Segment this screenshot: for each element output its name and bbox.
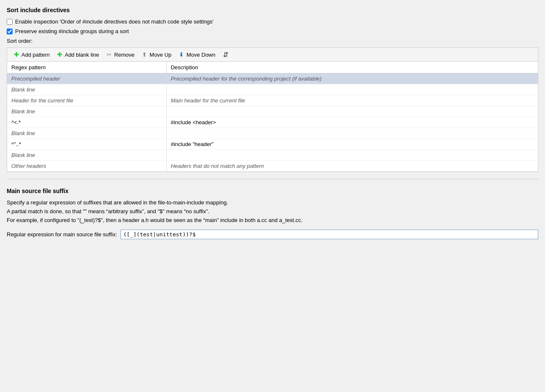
cell-pattern: ^"..* xyxy=(7,139,166,150)
table-row[interactable]: ^"..*#include "header" xyxy=(7,139,538,150)
move-up-label: Move Up xyxy=(149,52,171,58)
add-blank-line-button[interactable]: ✚ Add blank line xyxy=(54,50,102,59)
cell-pattern: Other headers xyxy=(7,161,166,172)
checkbox2-label[interactable]: Preserve existing #include groups during… xyxy=(15,28,129,34)
table-row[interactable]: Blank line xyxy=(7,84,538,95)
table-row[interactable]: ^<.*#include <header> xyxy=(7,117,538,128)
toolbar: ✚ Add pattern ✚ Add blank line ✂ Remove … xyxy=(7,47,538,61)
cell-pattern: Blank line xyxy=(7,106,166,117)
enable-inspection-checkbox[interactable] xyxy=(7,19,13,25)
cell-desc: #include <header> xyxy=(166,117,538,128)
checkbox1-label[interactable]: Enable inspection 'Order of #include dir… xyxy=(15,18,214,25)
section2-title: Main source file suffix xyxy=(7,188,538,194)
move-up-icon: ⬆ xyxy=(141,51,148,58)
move-down-label: Move Down xyxy=(186,52,215,58)
sort-order-label: Sort order: xyxy=(7,38,538,44)
sort-include-section: Sort include directives Enable inspectio… xyxy=(7,7,538,172)
desc-line2: A partial match is done, so that "" mean… xyxy=(7,207,538,216)
col-desc-header: Description xyxy=(166,62,538,73)
remove-icon: ✂ xyxy=(106,51,113,58)
table-row[interactable]: Precompiled headerPrecompiled header for… xyxy=(7,73,538,84)
cell-desc xyxy=(166,150,538,161)
cell-pattern: Blank line xyxy=(7,128,166,139)
cell-desc xyxy=(166,128,538,139)
sort-order-table-container: Regex pattern Description Precompiled he… xyxy=(7,61,538,172)
cell-pattern: Blank line xyxy=(7,84,166,95)
move-down-icon: ⬇ xyxy=(178,51,185,58)
desc-line3: For example, if configured to "(_test)?$… xyxy=(7,216,538,225)
section-divider xyxy=(7,179,538,179)
table-row[interactable]: Blank line xyxy=(7,128,538,139)
regex-row: Regular expression for main source file … xyxy=(7,230,538,239)
remove-button[interactable]: ✂ Remove xyxy=(103,50,137,59)
add-blank-icon: ✚ xyxy=(56,51,63,58)
cell-pattern: ^<.* xyxy=(7,117,166,128)
cell-pattern: Header for the current file xyxy=(7,95,166,106)
main-source-suffix-section: Main source file suffix Specify a regula… xyxy=(7,188,538,239)
cell-desc xyxy=(166,84,538,95)
table-row[interactable]: Blank line xyxy=(7,106,538,117)
cell-desc xyxy=(166,106,538,117)
add-pattern-button[interactable]: ✚ Add pattern xyxy=(10,50,52,59)
checkbox2-row: Preserve existing #include groups during… xyxy=(7,28,538,34)
move-down-button[interactable]: ⬇ Move Down xyxy=(176,50,218,59)
desc-line1: Specify a regular expression of suffixes… xyxy=(7,199,538,207)
cell-pattern: Blank line xyxy=(7,150,166,161)
cursor-indicator: ⇵ xyxy=(223,51,228,59)
cell-desc: Main header for the current file xyxy=(166,95,538,106)
cell-desc: Precompiled header for the corresponding… xyxy=(166,73,538,84)
add-pattern-label: Add pattern xyxy=(21,52,50,58)
add-blank-label: Add blank line xyxy=(65,52,99,58)
col-pattern-header: Regex pattern xyxy=(7,62,166,73)
section1-title: Sort include directives xyxy=(7,7,538,13)
cell-desc: Headers that do not match any pattern xyxy=(166,161,538,172)
move-up-button[interactable]: ⬆ Move Up xyxy=(139,50,174,59)
description-block: Specify a regular expression of suffixes… xyxy=(7,199,538,225)
regex-label: Regular expression for main source file … xyxy=(7,231,117,238)
table-header-row: Regex pattern Description xyxy=(7,62,538,73)
sort-order-table: Regex pattern Description Precompiled he… xyxy=(7,62,538,172)
table-body: Precompiled headerPrecompiled header for… xyxy=(7,73,538,172)
preserve-groups-checkbox[interactable] xyxy=(7,29,13,34)
add-pattern-icon: ✚ xyxy=(13,51,20,58)
table-row[interactable]: Header for the current fileMain header f… xyxy=(7,95,538,106)
table-row[interactable]: Blank line xyxy=(7,150,538,161)
checkbox1-row: Enable inspection 'Order of #include dir… xyxy=(7,18,538,25)
cell-pattern: Precompiled header xyxy=(7,73,166,84)
regex-input[interactable] xyxy=(121,230,538,239)
cell-desc: #include "header" xyxy=(166,139,538,150)
table-row[interactable]: Other headersHeaders that do not match a… xyxy=(7,161,538,172)
remove-label: Remove xyxy=(114,52,134,58)
